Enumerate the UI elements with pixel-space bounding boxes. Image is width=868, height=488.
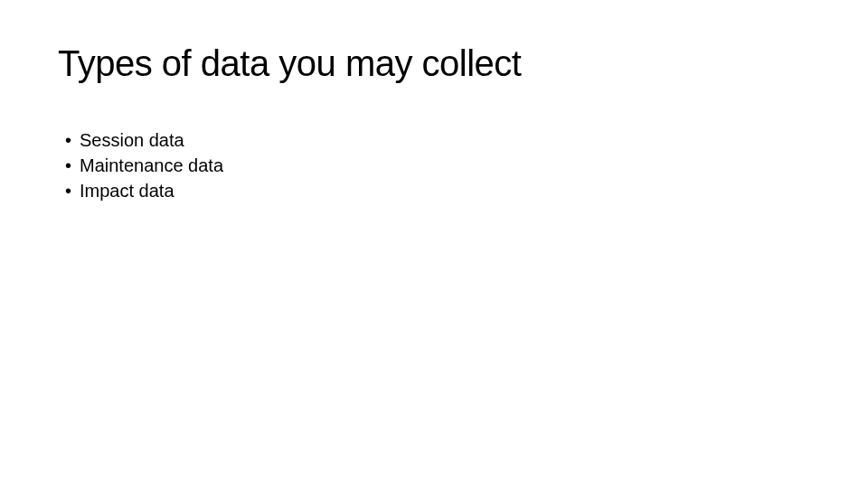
list-item: Maintenance data bbox=[65, 153, 810, 178]
slide-title: Types of data you may collect bbox=[58, 43, 810, 84]
slide-content: Types of data you may collect Session da… bbox=[0, 0, 868, 247]
list-item: Impact data bbox=[65, 178, 810, 203]
list-item: Session data bbox=[65, 127, 810, 153]
bullet-list: Session data Maintenance data Impact dat… bbox=[58, 127, 810, 203]
